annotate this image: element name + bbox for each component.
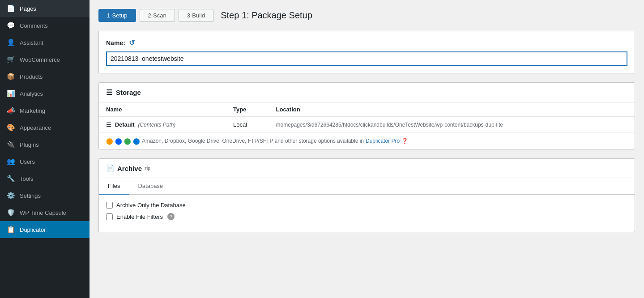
package-name-input[interactable] [106, 51, 627, 66]
reset-icon[interactable]: ↺ [129, 38, 135, 47]
archive-card-header: 📄 Archive zip [99, 159, 635, 178]
googledrive-icon: ⬤ [124, 137, 131, 145]
users-icon: 👥 [6, 157, 15, 166]
col-name: Name [99, 102, 226, 117]
name-section: Name: ↺ [98, 31, 635, 73]
sidebar-item-users[interactable]: 👥 Users [0, 153, 90, 170]
sidebar-item-tools[interactable]: 🔧 Tools [0, 170, 90, 187]
archive-only-db-checkbox[interactable] [106, 202, 113, 209]
wptimecapsule-icon: 🛡️ [6, 208, 15, 217]
sidebar-item-label: Pages [20, 5, 36, 12]
duplicator-icon: 📋 [6, 225, 15, 234]
sidebar-item-label: Assistant [20, 39, 43, 46]
name-label-row: Name: ↺ [106, 38, 627, 47]
tools-icon: 🔧 [6, 174, 15, 183]
woocommerce-icon: 🛒 [6, 55, 15, 64]
sidebar: 📄 Pages 💬 Comments 👤 Assistant 🛒 WooComm… [0, 0, 90, 298]
archive-title: Archive [117, 165, 142, 172]
sidebar-item-comments[interactable]: 💬 Comments [0, 17, 90, 34]
archive-card: 📄 Archive zip Files Database Archive Onl… [98, 158, 635, 232]
pages-icon: 📄 [6, 4, 15, 13]
sidebar-item-label: Plugins [20, 141, 39, 148]
sidebar-item-appearance[interactable]: 🎨 Appearance [0, 119, 90, 136]
sidebar-item-wptimecapsule[interactable]: 🛡️ WP Time Capsule [0, 204, 90, 221]
step-setup-button[interactable]: 1-Setup [98, 9, 136, 22]
sidebar-item-label: Users [20, 158, 35, 165]
appearance-icon: 🎨 [6, 123, 15, 132]
col-location: Location [269, 102, 635, 117]
sidebar-item-woocommerce[interactable]: 🛒 WooCommerce [0, 51, 90, 68]
zip-badge: zip [145, 166, 150, 171]
onedrive-icon: ⬤ [133, 137, 140, 145]
sidebar-item-assistant[interactable]: 👤 Assistant [0, 34, 90, 51]
assistant-icon: 👤 [6, 38, 15, 47]
archive-file-icon: 📄 [106, 164, 115, 172]
storage-name: Default [115, 121, 135, 128]
storage-name-cell: ☰ Default (Contents Path) [99, 117, 226, 133]
sidebar-item-analytics[interactable]: 📊 Analytics [0, 85, 90, 102]
col-type: Type [226, 102, 269, 117]
sidebar-item-label: Analytics [20, 90, 43, 97]
amazon-icon: ⬤ [106, 137, 113, 145]
wizard-title: Step 1: Package Setup [221, 10, 312, 21]
sidebar-item-label: WP Time Capsule [20, 209, 66, 216]
sidebar-item-duplicator[interactable]: 📋 Duplicator [0, 221, 90, 238]
plugins-icon: 🔌 [6, 140, 15, 149]
storage-type-cell: Local [226, 117, 269, 133]
storage-name-suffix: (Contents Path) [138, 122, 175, 128]
storage-card: ☰ Storage Name Type Location ☰ Default [98, 82, 635, 149]
main-content: 1-Setup 2-Scan 3-Build Step 1: Package S… [90, 0, 644, 298]
sidebar-item-label: Tools [20, 175, 33, 182]
marketing-icon: 📣 [6, 106, 15, 115]
table-row: ☰ Default (Contents Path) Local /homepag… [99, 117, 635, 133]
sidebar-item-label: Settings [20, 192, 41, 199]
tab-database[interactable]: Database [129, 178, 172, 195]
products-icon: 📦 [6, 72, 15, 81]
enable-file-filters-label[interactable]: Enable File Filters [116, 213, 163, 220]
sidebar-item-plugins[interactable]: 🔌 Plugins [0, 136, 90, 153]
sidebar-item-label: Products [20, 73, 43, 80]
step-build-button[interactable]: 3-Build [179, 9, 213, 22]
sidebar-item-pages[interactable]: 📄 Pages [0, 0, 90, 17]
sidebar-item-label: WooCommerce [20, 56, 60, 63]
step-scan-button[interactable]: 2-Scan [140, 9, 175, 22]
storage-promo-row: ⬤ ⬤ ⬤ ⬤ Amazon, Dropbox, Google Drive, O… [99, 133, 635, 149]
sidebar-item-marketing[interactable]: 📣 Marketing [0, 102, 90, 119]
enable-file-filters-checkbox[interactable] [106, 213, 113, 220]
sidebar-item-products[interactable]: 📦 Products [0, 68, 90, 85]
dropbox-icon: ⬤ [115, 137, 122, 145]
enable-file-filters-row: Enable File Filters ? [106, 213, 627, 220]
sidebar-item-settings[interactable]: ⚙️ Settings [0, 187, 90, 204]
name-label: Name: [106, 39, 125, 47]
archive-only-db-row: Archive Only the Database [106, 202, 627, 209]
storage-table: Name Type Location ☰ Default (Contents P… [99, 102, 635, 133]
storage-location-cell: /homepages/3/d672664285/htdocs/clickandb… [269, 117, 635, 133]
help-icon[interactable]: ? [167, 213, 175, 220]
storage-stack-icon: ☰ [106, 88, 112, 97]
settings-icon: ⚙️ [6, 191, 15, 200]
archive-body: Archive Only the Database Enable File Fi… [99, 195, 635, 232]
storage-title: Storage [116, 89, 141, 96]
duplicator-pro-link[interactable]: Duplicator Pro [366, 138, 400, 144]
comments-icon: 💬 [6, 21, 15, 30]
sidebar-item-label: Comments [20, 22, 48, 29]
storage-card-header: ☰ Storage [99, 83, 635, 102]
sidebar-item-label: Appearance [20, 124, 51, 131]
archive-only-db-label[interactable]: Archive Only the Database [116, 202, 186, 209]
analytics-icon: 📊 [6, 89, 15, 98]
archive-tabs: Files Database [99, 178, 635, 195]
storage-row-icon: ☰ [106, 121, 111, 128]
tab-files[interactable]: Files [99, 178, 129, 195]
promo-text: Amazon, Dropbox, Google Drive, OneDrive,… [142, 138, 364, 144]
wizard-header: 1-Setup 2-Scan 3-Build Step 1: Package S… [98, 9, 635, 22]
sidebar-item-label: Duplicator [20, 226, 46, 233]
sidebar-item-label: Marketing [20, 107, 45, 114]
info-icon: ❓ [401, 138, 408, 144]
